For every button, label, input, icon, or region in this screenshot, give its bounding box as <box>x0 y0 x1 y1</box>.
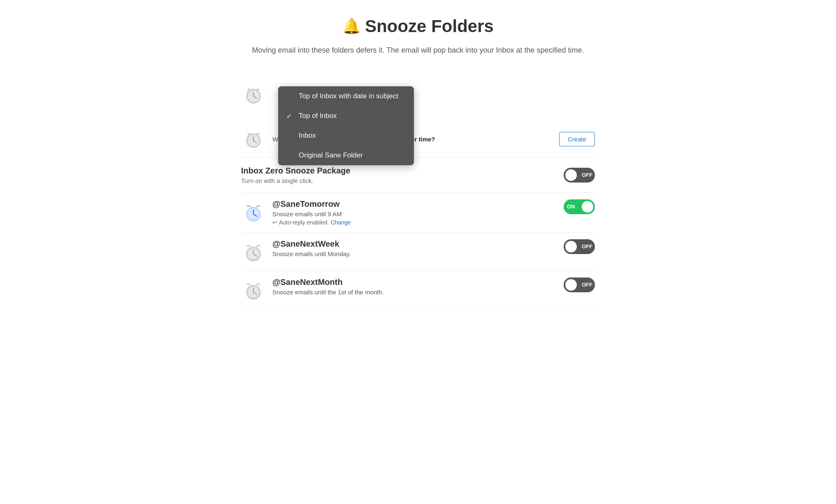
toggle-label-off: OFF <box>582 172 592 178</box>
folder-name-sane-tomorrow: @SaneTomorrow <box>272 199 564 209</box>
toggle-knob <box>565 169 577 181</box>
dropdown-item-inbox[interactable]: Inbox <box>278 126 414 146</box>
package-toggle-area: OFF <box>564 168 595 183</box>
autoreply-icon: ↩ <box>272 219 277 226</box>
toggle-sane-next-week[interactable]: OFF <box>564 239 595 254</box>
folder-name-sane-next-week: @SaneNextWeek <box>272 239 564 249</box>
package-title: Inbox Zero Snooze Package <box>241 166 564 176</box>
change-link[interactable]: Change <box>330 219 351 226</box>
dropdown-label-top-inbox: Top of Inbox <box>299 112 337 120</box>
package-toggle[interactable]: OFF <box>564 168 595 183</box>
dropdown-menu: Top of Inbox with date in subject ✓ Top … <box>278 86 414 165</box>
toggle-sane-next-month[interactable]: OFF <box>564 277 595 292</box>
dropdown-item-top-with-date[interactable]: Top of Inbox with date in subject <box>278 86 414 106</box>
folder-meta-sane-tomorrow: ↩ Auto-reply enabled. Change <box>272 219 564 226</box>
checkmark-inbox <box>286 132 295 139</box>
title-text: Snooze Folders <box>365 16 494 36</box>
folder-icon-sane-next-month <box>241 277 266 302</box>
toggle-knob-next-month <box>565 279 577 291</box>
toggle-sane-tomorrow[interactable]: ON <box>564 199 595 214</box>
folder-info-sane-next-week: @SaneNextWeek Snooze emails until Monday… <box>272 239 564 258</box>
folder-icon-sane-next-week <box>241 239 266 264</box>
toggle-knob-on <box>582 201 593 213</box>
folder-row-sane-next-week: @SaneNextWeek Snooze emails until Monday… <box>241 233 595 271</box>
toggle-label-on: ON <box>567 203 575 210</box>
folder-name-sane-next-month: @SaneNextMonth <box>272 277 564 287</box>
toggle-area-sane-next-week: OFF <box>564 239 595 254</box>
title-icon: 🔔 <box>342 18 361 35</box>
package-desc: Turn on with a single click. <box>241 177 564 184</box>
dropdown-label-inbox: Inbox <box>299 132 316 140</box>
package-info: Inbox Zero Snooze Package Turn on with a… <box>241 166 564 184</box>
dropdown-label-original-sane: Original Sane Folder <box>299 151 363 160</box>
folder-desc-sane-next-month: Snooze emails until the 1st of the month… <box>272 289 564 296</box>
folder-info-sane-tomorrow: @SaneTomorrow Snooze emails until 9 AM ↩… <box>272 199 564 226</box>
toggle-label-off-next-week: OFF <box>582 243 592 250</box>
partial-folder-icon <box>241 83 266 107</box>
page-title: 🔔 Snooze Folders <box>241 16 595 36</box>
folder-desc-sane-tomorrow: Snooze emails until 9 AM <box>272 210 564 217</box>
folder-icon-sane-tomorrow <box>241 199 266 224</box>
create-button[interactable]: Create <box>559 132 595 146</box>
folder-row-sane-tomorrow: @SaneTomorrow Snooze emails until 9 AM ↩… <box>241 193 595 233</box>
checkmark-top-inbox: ✓ <box>286 112 295 120</box>
page-subtitle: Moving email into these folders defers i… <box>241 44 595 56</box>
checkmark-original-sane <box>286 152 295 159</box>
folder-row-sane-next-month: @SaneNextMonth Snooze emails until the 1… <box>241 271 595 309</box>
folder-info-sane-next-month: @SaneNextMonth Snooze emails until the 1… <box>272 277 564 296</box>
toggle-area-sane-next-month: OFF <box>564 277 595 292</box>
toggle-label-off-next-month: OFF <box>582 282 592 288</box>
folder-desc-sane-next-week: Snooze emails until Monday. <box>272 250 564 257</box>
dropdown-item-top-inbox[interactable]: ✓ Top of Inbox <box>278 106 414 126</box>
toggle-knob-next-week <box>565 241 577 252</box>
autoreply-text: Auto-reply enabled. <box>279 219 329 226</box>
page-container: 🔔 Snooze Folders Moving email into these… <box>233 0 603 326</box>
dropdown-label-top-with-date: Top of Inbox with date in subject <box>299 92 398 100</box>
checkmark-top-with-date <box>286 92 295 100</box>
special-folder-icon <box>241 127 266 152</box>
toggle-area-sane-tomorrow: ON <box>564 199 595 214</box>
dropdown-item-original-sane[interactable]: Original Sane Folder <box>278 146 414 165</box>
